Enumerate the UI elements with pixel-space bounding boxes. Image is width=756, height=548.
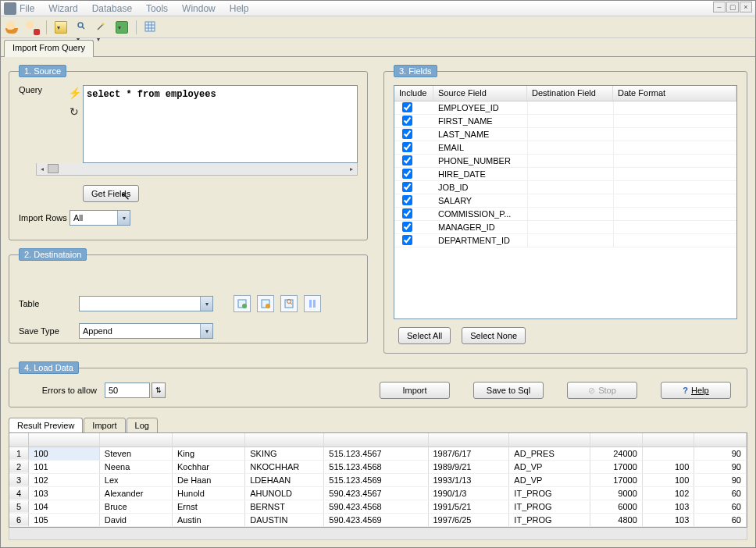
table-row[interactable]: 3102LexDe HaanLDEHAAN515.123.45691993/1/… — [9, 473, 747, 486]
dest-icon-2[interactable] — [257, 295, 274, 312]
source-field-cell: HIRE_DATE — [433, 169, 527, 179]
table-row[interactable]: 2101NeenaKochharNKOCHHAR515.123.45681989… — [9, 460, 747, 473]
menu-tools[interactable]: Tools — [146, 3, 168, 14]
dest-icon-3[interactable] — [280, 295, 298, 312]
select-none-button[interactable]: Select None — [462, 327, 526, 344]
menu-window[interactable]: Window — [182, 3, 216, 14]
source-field-cell: COMMISSION_P... — [433, 209, 527, 219]
svg-rect-17 — [313, 300, 316, 308]
import-button[interactable]: Import — [380, 382, 450, 399]
savetype-label: Save Type — [19, 326, 70, 336]
minimize-button[interactable]: – — [713, 2, 726, 12]
field-row[interactable]: COMMISSION_P... — [394, 208, 736, 221]
menu-help[interactable]: Help — [230, 3, 249, 14]
field-row[interactable]: SALARY — [394, 194, 736, 208]
query-hscroll[interactable]: ◂▸ — [36, 163, 358, 176]
tab-import[interactable]: Import — [84, 418, 125, 433]
import-rows-select[interactable]: All▾ — [70, 210, 130, 226]
include-checkbox[interactable] — [402, 116, 412, 126]
table-select[interactable]: ▾ — [79, 296, 213, 311]
folder-dropdown-icon[interactable] — [55, 21, 67, 34]
tab-import-from-query[interactable]: Import From Query — [4, 40, 94, 57]
savetype-select[interactable]: Append▾ — [79, 323, 213, 339]
fields-header-dateformat[interactable]: Date Format — [613, 86, 736, 101]
stop-icon: ⊘ — [588, 386, 595, 396]
fields-header-source[interactable]: Source Field — [433, 86, 527, 101]
get-fields-button[interactable]: Get Fields — [83, 185, 139, 202]
wand-dropdown-icon[interactable] — [95, 21, 108, 34]
include-checkbox[interactable] — [402, 235, 412, 245]
include-checkbox[interactable] — [402, 129, 412, 139]
field-row[interactable]: EMPLOYEE_ID — [394, 101, 736, 115]
run-dropdown-icon[interactable] — [116, 21, 128, 34]
table-row[interactable]: 5104BruceErnstBERNST590.423.45681991/5/2… — [9, 500, 747, 513]
svg-point-10 — [242, 304, 247, 308]
fields-header-include[interactable]: Include — [394, 86, 433, 101]
field-row[interactable]: MANAGER_ID — [394, 221, 736, 234]
tool-dropdown-icon[interactable] — [75, 21, 87, 34]
source-field-cell: FIRST_NAME — [433, 116, 527, 126]
loop-icon[interactable]: ↻ — [70, 105, 79, 118]
field-row[interactable]: HIRE_DATE — [394, 168, 736, 181]
include-checkbox[interactable] — [402, 155, 412, 165]
table-row[interactable]: 6105DavidAustinDAUSTIN590.423.45691997/6… — [9, 513, 747, 526]
menu-wizard[interactable]: Wizard — [48, 3, 77, 14]
fields-header-dest[interactable]: Destination Field — [527, 86, 613, 101]
fields-table: Include Source Field Destination Field D… — [394, 85, 737, 319]
table-row[interactable]: 4103AlexanderHunoldAHUNOLD590.423.456719… — [9, 486, 747, 500]
user-locked-icon[interactable] — [26, 21, 38, 34]
include-checkbox[interactable] — [402, 142, 412, 152]
select-all-button[interactable]: Select All — [398, 327, 451, 344]
import-rows-label: Import Rows — [19, 213, 70, 222]
source-field-cell: PHONE_NUMBER — [433, 156, 527, 165]
save-to-sql-button[interactable]: Save to Sql — [473, 382, 544, 399]
dest-icon-1[interactable] — [234, 295, 251, 312]
user-icon[interactable] — [5, 21, 18, 34]
include-checkbox[interactable] — [402, 102, 412, 112]
result-grid[interactable]: 1100StevenKingSKING515.123.45671987/6/17… — [9, 432, 747, 528]
menu-database[interactable]: Database — [92, 3, 132, 14]
source-group: 1. Source Query ⚡ ↻ select * from employ… — [9, 65, 368, 240]
maximize-button[interactable]: ▢ — [726, 2, 739, 12]
field-row[interactable]: DEPARTMENT_ID — [394, 234, 736, 247]
load-legend: 4. Load Data — [19, 361, 79, 374]
field-row[interactable]: JOB_ID — [394, 181, 736, 194]
menubar: File Wizard Database Tools Window Help –… — [1, 1, 755, 16]
menu-file[interactable]: File — [20, 3, 34, 14]
svg-point-3 — [102, 23, 105, 25]
svg-point-12 — [266, 304, 270, 308]
fields-legend: 3. Fields — [394, 65, 437, 77]
field-row[interactable]: FIRST_NAME — [394, 115, 736, 128]
stop-button[interactable]: ⊘Stop — [567, 382, 637, 399]
errors-spin[interactable]: ⇅ — [152, 383, 166, 398]
table-row[interactable]: 1100StevenKingSKING515.123.45671987/6/17… — [9, 447, 747, 460]
grid-icon[interactable] — [144, 21, 157, 34]
include-checkbox[interactable] — [402, 169, 412, 179]
source-field-cell: LAST_NAME — [433, 130, 527, 139]
field-row[interactable]: PHONE_NUMBER — [394, 155, 736, 168]
field-row[interactable]: LAST_NAME — [394, 128, 736, 141]
dest-icon-4[interactable] — [304, 295, 321, 312]
query-label: Query — [19, 85, 66, 163]
help-icon: ? — [683, 386, 688, 395]
app-icon — [4, 2, 16, 15]
fields-group: 3. Fields Include Source Field Destinati… — [383, 65, 747, 354]
include-checkbox[interactable] — [402, 195, 412, 205]
help-button[interactable]: ?Help — [661, 382, 731, 399]
include-checkbox[interactable] — [402, 208, 412, 219]
destination-legend: 2. Destinataion — [19, 248, 87, 261]
close-button[interactable]: × — [740, 2, 752, 12]
include-checkbox[interactable] — [402, 182, 412, 192]
source-field-cell: DEPARTMENT_ID — [433, 236, 527, 245]
tab-log[interactable]: Log — [127, 418, 158, 433]
flash-icon[interactable]: ⚡ — [68, 87, 81, 99]
field-row[interactable]: EMAIL — [394, 141, 736, 155]
query-textarea[interactable]: select * from employees — [83, 85, 358, 163]
errors-input[interactable] — [105, 383, 150, 398]
tab-result-preview[interactable]: Result Preview — [9, 418, 83, 433]
include-checkbox[interactable] — [402, 222, 412, 232]
source-field-cell: EMPLOYEE_ID — [433, 103, 527, 112]
grid-hscroll[interactable] — [9, 528, 747, 540]
source-field-cell: MANAGER_ID — [433, 222, 527, 232]
load-data-group: 4. Load Data Errors to allow ⇅ Import Sa… — [9, 361, 747, 407]
